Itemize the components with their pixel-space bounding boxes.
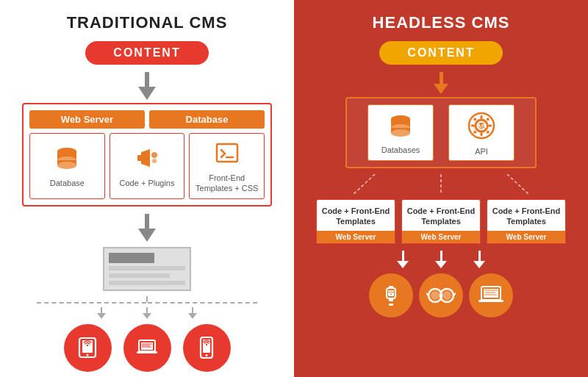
svg-line-45 bbox=[507, 174, 529, 195]
svg-point-58 bbox=[442, 291, 451, 300]
website-mockup bbox=[103, 247, 191, 291]
center-device-arrow bbox=[143, 307, 151, 319]
headless-right-arrow bbox=[473, 251, 485, 268]
smartwatch-device bbox=[369, 273, 413, 317]
database-label: Database bbox=[149, 110, 265, 129]
svg-rect-61 bbox=[478, 300, 503, 302]
traditional-header-row: Web Server Database bbox=[29, 110, 265, 129]
glasses-device bbox=[419, 273, 463, 317]
laptop2-device bbox=[469, 273, 513, 317]
headless-db-label: Databases bbox=[381, 146, 420, 154]
traditional-cms-panel: TRADITIONAL CMS CONTENT Web Server Datab… bbox=[0, 0, 294, 377]
headless-title: HEADLESS CMS bbox=[373, 13, 510, 32]
svg-point-7 bbox=[151, 152, 157, 158]
web-server-label: Web Server bbox=[29, 110, 145, 129]
device-arrows bbox=[97, 307, 197, 319]
mockup-line-1 bbox=[109, 266, 185, 270]
svg-rect-36 bbox=[471, 125, 475, 127]
trad-devices-row bbox=[64, 324, 231, 372]
db-label: Database bbox=[50, 178, 85, 188]
server-box-2-label: Web Server bbox=[402, 231, 480, 243]
phone-device bbox=[183, 324, 231, 372]
api-icon: API bbox=[467, 111, 496, 143]
headless-cms-box: Databases bbox=[345, 97, 537, 168]
svg-point-57 bbox=[431, 291, 440, 300]
server-box-3-label: Web Server bbox=[487, 231, 565, 243]
svg-rect-48 bbox=[389, 298, 393, 301]
traditional-icons-row: Database Code + Plugins bbox=[29, 133, 265, 199]
headless-cms-panel: HEADLESS CMS CONTENT Databases bbox=[294, 0, 588, 377]
mockup-line-2 bbox=[109, 273, 170, 278]
server-box-2-text: Code + Front-End Templates bbox=[406, 206, 476, 227]
server-box-1: Code + Front-End Templates Web Server bbox=[316, 199, 395, 244]
traditional-cms-box: Web Server Database Database bbox=[22, 103, 272, 207]
svg-point-14 bbox=[87, 345, 88, 346]
svg-point-24 bbox=[206, 344, 207, 345]
svg-rect-37 bbox=[488, 125, 492, 127]
mockup-header-bar bbox=[109, 253, 154, 263]
db-cell: Database bbox=[29, 133, 105, 199]
server-box-1-text: Code + Front-End Templates bbox=[321, 206, 390, 227]
svg-rect-9 bbox=[217, 144, 237, 162]
svg-text:API: API bbox=[477, 123, 487, 129]
svg-rect-35 bbox=[481, 132, 483, 136]
headless-content-pill: CONTENT bbox=[379, 41, 502, 65]
headless-left-arrow bbox=[397, 251, 409, 268]
svg-rect-17 bbox=[137, 351, 157, 353]
right-device-arrow bbox=[188, 307, 197, 319]
server-box-1-label: Web Server bbox=[317, 231, 395, 243]
svg-point-29 bbox=[391, 129, 410, 137]
laptop-device bbox=[123, 324, 171, 372]
headless-api-cell: API API bbox=[448, 104, 514, 161]
plugin-icon bbox=[134, 145, 160, 174]
svg-rect-47 bbox=[389, 286, 393, 289]
frontend-icon bbox=[214, 140, 240, 169]
server-box-2: Code + Front-End Templates Web Server bbox=[401, 199, 481, 244]
headless-database-icon bbox=[387, 112, 414, 142]
svg-rect-6 bbox=[137, 155, 143, 161]
svg-line-43 bbox=[353, 174, 375, 195]
server-boxes-row: Code + Front-End Templates Web Server Co… bbox=[316, 199, 566, 244]
headless-center-arrow bbox=[435, 251, 447, 268]
traditional-title: TRADITIONAL CMS bbox=[67, 13, 228, 32]
svg-point-13 bbox=[87, 354, 89, 356]
tablet-device bbox=[64, 324, 112, 372]
server-box-3-text: Code + Front-End Templates bbox=[492, 206, 561, 227]
headless-icons-row: Databases bbox=[353, 104, 529, 161]
plugin-cell: Code + Plugins bbox=[110, 133, 185, 199]
headless-db-cell: Databases bbox=[368, 104, 434, 161]
headless-devices-row bbox=[369, 273, 513, 317]
box-to-website-arrow bbox=[138, 214, 156, 242]
traditional-content-pill: CONTENT bbox=[85, 41, 208, 65]
database-icon bbox=[54, 145, 80, 174]
svg-point-23 bbox=[206, 354, 208, 356]
frontend-cell: Front-End Templates + CSS bbox=[189, 133, 265, 199]
svg-rect-34 bbox=[481, 115, 483, 119]
server-box-3: Code + Front-End Templates Web Server bbox=[487, 199, 566, 244]
svg-point-4 bbox=[57, 162, 76, 169]
mockup-line-3 bbox=[109, 281, 185, 285]
plugin-label: Code + Plugins bbox=[120, 178, 175, 188]
content-to-box-arrow bbox=[138, 72, 156, 100]
left-device-arrow bbox=[97, 307, 106, 319]
svg-rect-51 bbox=[389, 304, 393, 306]
headless-content-arrow bbox=[434, 72, 448, 94]
svg-point-8 bbox=[152, 159, 157, 163]
svg-point-50 bbox=[390, 293, 392, 295]
frontend-label: Front-End Templates + CSS bbox=[193, 173, 261, 194]
headless-api-label: API bbox=[475, 147, 488, 156]
